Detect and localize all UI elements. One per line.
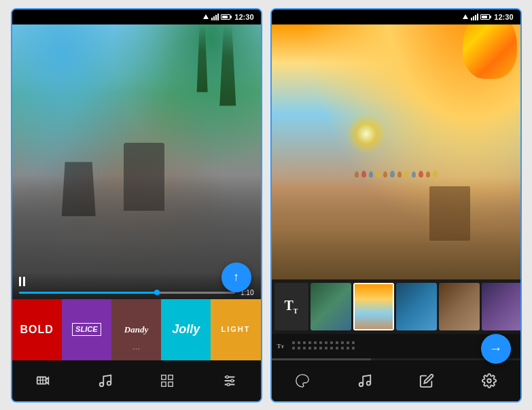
svg-point-16 bbox=[227, 383, 230, 386]
right-status-time: 12:30 bbox=[494, 13, 513, 21]
left-bottom-toolbar bbox=[12, 360, 261, 401]
settings-button-right[interactable] bbox=[477, 369, 501, 393]
thumbnail-2-active[interactable] bbox=[353, 283, 394, 330]
settings-icon-right bbox=[482, 373, 497, 388]
balloons-overlay bbox=[296, 75, 495, 177]
svg-point-14 bbox=[226, 375, 228, 378]
timeline-t-label: Tт bbox=[277, 343, 284, 349]
right-video-bg bbox=[272, 24, 520, 279]
large-balloon bbox=[463, 24, 517, 79]
add-clip-icon bbox=[35, 373, 50, 388]
music-icon-right bbox=[357, 373, 372, 388]
music-icon-left bbox=[98, 373, 113, 388]
person-silhouette-2 bbox=[124, 143, 164, 211]
filter-light[interactable]: LIGHT bbox=[211, 299, 260, 360]
svg-point-5 bbox=[100, 382, 104, 386]
left-video-bg bbox=[12, 24, 261, 299]
add-clip-button[interactable] bbox=[31, 369, 55, 393]
app-container: 12:30 bbox=[0, 0, 532, 410]
next-fab-button[interactable]: → bbox=[481, 334, 511, 364]
signal-icon bbox=[211, 14, 219, 20]
right-video-area[interactable] bbox=[272, 24, 520, 279]
svg-marker-17 bbox=[463, 14, 468, 19]
svg-point-6 bbox=[107, 381, 111, 385]
screens-container: 12:30 bbox=[11, 8, 522, 403]
svg-rect-7 bbox=[162, 375, 166, 379]
svg-rect-9 bbox=[162, 381, 166, 386]
basket-overlay bbox=[429, 186, 470, 241]
effects-icon bbox=[295, 373, 310, 388]
grid-icon bbox=[160, 373, 175, 388]
signal-icon-right bbox=[471, 14, 478, 20]
arrow-right-icon: → bbox=[489, 341, 503, 356]
filter-dandy[interactable]: Dandy • • • bbox=[111, 299, 161, 360]
svg-point-15 bbox=[231, 379, 234, 382]
filter-slice[interactable]: SLICE bbox=[62, 299, 111, 360]
status-icons-left bbox=[202, 14, 230, 20]
progress-row: 1:10 bbox=[19, 289, 254, 296]
person-silhouette-1 bbox=[62, 162, 96, 216]
svg-point-20 bbox=[487, 379, 491, 383]
text-card-thumb[interactable]: TT bbox=[274, 283, 308, 330]
battery-icon-right bbox=[480, 14, 490, 20]
thumbnail-strip: TT bbox=[272, 279, 520, 334]
edit-button[interactable] bbox=[414, 369, 439, 393]
left-status-bar: 12:30 bbox=[12, 10, 261, 24]
settings-icon-left bbox=[222, 373, 237, 388]
music-button-right[interactable] bbox=[353, 369, 377, 393]
timeline-dots bbox=[292, 341, 356, 351]
battery-icon bbox=[221, 14, 230, 20]
progress-fill bbox=[19, 292, 160, 294]
text-thumb-icon: TT bbox=[284, 298, 298, 315]
right-phone-screen: 12:30 bbox=[270, 8, 522, 403]
right-bottom-toolbar: → bbox=[272, 360, 520, 401]
filter-bold[interactable]: BOLD bbox=[12, 299, 62, 360]
left-status-time: 12:30 bbox=[234, 13, 253, 21]
left-phone-screen: 12:30 bbox=[11, 8, 262, 403]
thumbnail-3[interactable] bbox=[396, 283, 437, 330]
settings-button-left[interactable] bbox=[217, 369, 242, 393]
wifi-icon-right bbox=[462, 14, 469, 20]
edit-icon bbox=[419, 373, 434, 388]
svg-point-18 bbox=[359, 382, 363, 386]
filter-strip: BOLD SLICE Dandy • • • Jolly LIGHT bbox=[12, 299, 261, 360]
filter-jolly[interactable]: Jolly bbox=[161, 299, 211, 360]
left-video-area[interactable]: 1:10 bbox=[12, 24, 261, 299]
effects-button[interactable] bbox=[290, 369, 315, 393]
svg-rect-10 bbox=[169, 381, 173, 386]
thumbnail-1[interactable] bbox=[311, 283, 351, 330]
progress-dot bbox=[154, 290, 160, 295]
svg-point-19 bbox=[367, 381, 371, 385]
thumbnail-5[interactable] bbox=[482, 283, 520, 330]
share-fab-button[interactable]: ↑ bbox=[221, 262, 251, 292]
right-status-bar: 12:30 bbox=[272, 10, 520, 24]
pause-button[interactable] bbox=[19, 277, 254, 286]
timeline-icon-block: Tт bbox=[277, 343, 284, 349]
wifi-icon bbox=[202, 14, 209, 20]
thumbnail-4[interactable] bbox=[439, 283, 480, 330]
progress-track[interactable] bbox=[19, 292, 236, 294]
grid-button[interactable] bbox=[155, 369, 179, 393]
music-button-left[interactable] bbox=[93, 369, 118, 393]
sun-glow bbox=[346, 114, 387, 154]
svg-rect-8 bbox=[169, 375, 173, 379]
status-icons-right bbox=[462, 14, 490, 20]
landscape-bottom bbox=[272, 177, 520, 279]
upload-icon: ↑ bbox=[233, 270, 239, 284]
svg-marker-0 bbox=[203, 14, 209, 19]
